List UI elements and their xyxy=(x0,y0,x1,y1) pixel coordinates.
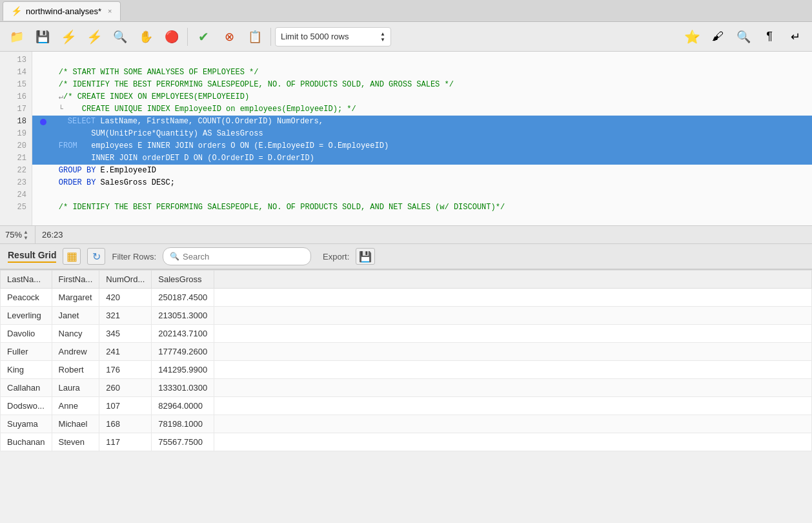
limit-arrows[interactable]: ▲ ▼ xyxy=(380,31,385,43)
commit-btn[interactable]: ✔ xyxy=(192,26,215,47)
filter-label: Filter Rows: xyxy=(112,252,156,262)
result-grid-label[interactable]: Result Grid xyxy=(8,250,56,263)
line-number-13: 13 xyxy=(0,54,32,67)
grid-view-btn[interactable]: ▦ xyxy=(63,248,81,265)
save-btn[interactable]: 💾 xyxy=(31,26,54,47)
table-header-row: LastNa... FirstNa... NumOrd... SalesGros… xyxy=(1,271,812,289)
table-cell-3-1: Andrew xyxy=(52,343,99,361)
table-cell-3-0: Fuller xyxy=(1,343,52,361)
zoom-arrows[interactable]: ▲ ▼ xyxy=(23,229,28,241)
table-row[interactable]: LeverlingJanet321213051.3000 xyxy=(1,307,812,325)
col-header-extra xyxy=(214,271,812,289)
table-cell-3-2: 241 xyxy=(99,343,152,361)
col-header-salesgross[interactable]: SalesGross xyxy=(152,271,214,289)
separator-2 xyxy=(270,28,271,46)
table-cell-0-3: 250187.4500 xyxy=(152,289,214,307)
toggle-btn[interactable]: 📋 xyxy=(243,26,267,47)
table-cell-8-2: 117 xyxy=(99,433,152,451)
table-cell-2-2: 345 xyxy=(99,325,152,343)
favorites-btn[interactable]: ⭐ xyxy=(680,26,704,47)
tab-label: northwind-analyses* xyxy=(26,6,101,16)
table-cell-1-2: 321 xyxy=(99,307,152,325)
table-cell-8-extra xyxy=(214,433,812,451)
export-label: Export: xyxy=(323,252,349,262)
table-cell-6-3: 82964.0000 xyxy=(152,397,214,415)
table-cell-6-2: 107 xyxy=(99,397,152,415)
execute-btn[interactable]: ⚡ xyxy=(57,26,80,47)
col-header-numorders[interactable]: NumOrd... xyxy=(99,271,152,289)
table-cell-1-extra xyxy=(214,307,812,325)
explain-btn[interactable]: 🔍 xyxy=(108,26,132,47)
code-line-17: └ CREATE UNIQUE INDEX EmployeeID on empl… xyxy=(32,103,812,116)
table-cell-2-1: Nancy xyxy=(52,325,99,343)
table-cell-0-extra xyxy=(214,289,812,307)
table-row[interactable]: Dodswo...Anne10782964.0000 xyxy=(1,397,812,415)
code-line-18: SELECT LastName, FirstName, COUNT(O.Orde… xyxy=(32,116,812,128)
search-box[interactable]: 🔍 xyxy=(163,247,311,265)
line-number-14: 14 xyxy=(0,67,32,79)
tab-close-button[interactable]: × xyxy=(108,7,112,15)
code-editor[interactable]: /* START WITH SOME ANALYSES OF EMPLOYEES… xyxy=(32,52,812,225)
line-number-18: 18 xyxy=(0,116,32,128)
status-bar: 75% ▲ ▼ 26:23 xyxy=(0,226,812,244)
table-cell-7-extra xyxy=(214,415,812,433)
col-header-firstname[interactable]: FirstNa... xyxy=(52,271,99,289)
col-header-lastname[interactable]: LastNa... xyxy=(1,271,52,289)
table-row[interactable]: DavolioNancy345202143.7100 xyxy=(1,325,812,343)
cursor-position: 26:23 xyxy=(42,230,63,240)
table-cell-4-0: King xyxy=(1,361,52,379)
execute-selection-btn[interactable]: ⚡ xyxy=(83,26,106,47)
table-cell-0-2: 420 xyxy=(99,289,152,307)
table-cell-7-1: Michael xyxy=(52,415,99,433)
table-cell-5-0: Callahan xyxy=(1,379,52,397)
result-table: LastNa... FirstNa... NumOrd... SalesGros… xyxy=(0,270,812,451)
code-line-20: FROM employees E INNER JOIN orders O ON … xyxy=(32,140,812,152)
table-row[interactable]: PeacockMargaret420250187.4500 xyxy=(1,289,812,307)
table-cell-1-1: Janet xyxy=(52,307,99,325)
table-cell-2-3: 202143.7100 xyxy=(152,325,214,343)
table-cell-6-extra xyxy=(214,397,812,415)
paragraph-btn[interactable]: ¶ xyxy=(758,26,781,47)
line-number-25: 25 xyxy=(0,201,32,214)
line-number-24: 24 xyxy=(0,189,32,201)
table-row[interactable]: KingRobert176141295.9900 xyxy=(1,361,812,379)
table-cell-8-0: Buchanan xyxy=(1,433,52,451)
tab-bar: ⚡ northwind-analyses* × xyxy=(0,0,812,22)
open-folder-btn[interactable]: 📁 xyxy=(5,26,28,47)
table-row[interactable]: CallahanLaura260133301.0300 xyxy=(1,379,812,397)
brush-btn[interactable]: 🖌 xyxy=(706,26,729,47)
limit-label: Limit to 5000 rows xyxy=(281,32,349,41)
code-line-19: SUM(UnitPrice*Quantity) AS SalesGross xyxy=(32,128,812,140)
stop-btn[interactable]: ✋ xyxy=(134,26,157,47)
table-cell-6-0: Dodswo... xyxy=(1,397,52,415)
zoom-control[interactable]: 75% ▲ ▼ xyxy=(5,229,28,241)
table-cell-8-1: Steven xyxy=(52,433,99,451)
search-icon: 🔍 xyxy=(170,252,179,261)
line-number-16: 16 xyxy=(0,91,32,103)
line-number-22: 22 xyxy=(0,165,32,177)
table-cell-7-0: Suyama xyxy=(1,415,52,433)
table-cell-5-2: 260 xyxy=(99,379,152,397)
export-btn[interactable]: 💾 xyxy=(356,248,375,265)
table-row[interactable]: SuyamaMichael16878198.1000 xyxy=(1,415,812,433)
code-line-23: ORDER BY SalesGross DESC; xyxy=(32,177,812,189)
table-cell-4-3: 141295.9900 xyxy=(152,361,214,379)
format-btn[interactable]: 🔴 xyxy=(160,26,183,47)
table-row[interactable]: FullerAndrew241177749.2600 xyxy=(1,343,812,361)
line-numbers: 13 14 15 16 17 18 19 20 21 22 23 24 25 xyxy=(0,52,32,225)
table-cell-8-3: 75567.7500 xyxy=(152,433,214,451)
table-row[interactable]: BuchananSteven11775567.7500 xyxy=(1,433,812,451)
search-input[interactable] xyxy=(183,252,304,262)
toolbar: 📁 💾 ⚡ ⚡ 🔍 ✋ 🔴 ✔ ⊗ 📋 Limit to 5000 rows ▲… xyxy=(0,22,812,52)
tab-lightning-icon: ⚡ xyxy=(11,6,22,16)
table-cell-2-0: Davolio xyxy=(1,325,52,343)
refresh-results-btn[interactable]: ↻ xyxy=(87,248,105,265)
editor-tab[interactable]: ⚡ northwind-analyses* × xyxy=(3,1,121,21)
limit-select[interactable]: Limit to 5000 rows ▲ ▼ xyxy=(275,27,391,46)
search-btn[interactable]: 🔍 xyxy=(732,26,755,47)
wrap-btn[interactable]: ↵ xyxy=(784,26,807,47)
rollback-btn[interactable]: ⊗ xyxy=(218,26,241,47)
code-line-14: /* START WITH SOME ANALYSES OF EMPLOYEES… xyxy=(32,67,812,79)
table-cell-5-3: 133301.0300 xyxy=(152,379,214,397)
table-cell-5-extra xyxy=(214,379,812,397)
